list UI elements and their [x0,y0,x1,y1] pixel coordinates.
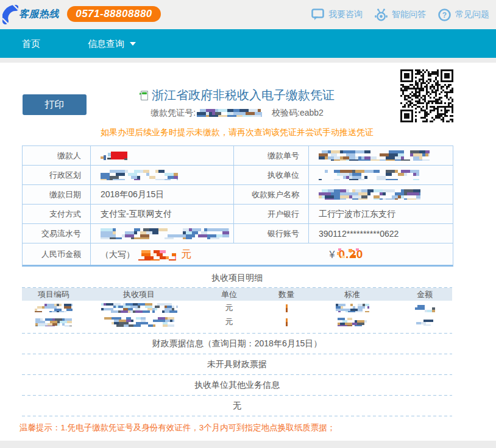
other-business-none: 无 [22,395,452,416]
item-code [22,301,85,315]
item-amount [397,301,452,315]
no-bill-issued: 未开具财政票据 [22,354,452,374]
voucher-number-row: 缴款凭证号:校验码:eabb2 [22,108,452,119]
item-quantity [266,301,307,315]
bank-value: 工行宁波市江东支行 [309,205,453,224]
item-name [85,315,193,329]
pay-order-value [309,146,453,166]
amount-words-cell: （大写）元 [91,243,234,265]
check-code: 校验码:eabb2 [272,108,324,117]
exec-unit-redacted [319,170,419,180]
pay-order-label: 缴款单号 [234,146,309,166]
col-amount: 金额 [397,288,452,301]
item-unit: 元 [193,301,266,315]
amount-value-wrap: 0.20 [338,248,363,261]
payer-redacted [101,151,130,161]
item-code [22,315,85,329]
col-standard: 标准 [307,288,397,301]
account-name-label: 收款账户名称 [234,185,309,205]
district-label: 行政区划 [23,166,91,185]
pay-order-redacted [319,150,430,161]
table-row: 交易流水号 银行账号 390112**********0622 [23,224,453,243]
items-row: 元 [22,301,452,315]
pay-date-value: 2018年06月15日 [91,185,234,205]
consult-label: 我要咨询 [328,9,363,20]
item-standard [307,315,397,329]
items-section-title: 执收项目明细 [22,273,452,284]
phone-icon [2,3,18,25]
item-code-redacted [35,304,73,312]
item-standard [307,301,397,315]
table-row: 行政区划 执收单位 [23,166,453,185]
trade-no-value [91,224,234,243]
amount-words-redacted [138,250,176,261]
amount-redaction-overlay [337,248,363,259]
top-links: 我要咨询 智能问答 ? 常见问题 [299,0,489,29]
divider-strip [0,58,496,63]
payment-details-table: 缴款人 缴款单号 行政区划 执收单位 缴款日期 2018年06月15日 收款账户… [22,145,453,267]
page-title: 浙江省政府非税收入电子缴款凭证 [152,88,335,102]
item-standard-redacted [336,304,369,312]
item-standard-redacted [338,318,367,326]
push-warning-text: 如果办理后续业务时提示未缴款，请再次查询该凭证并尝试手动推送凭证 [22,127,452,138]
item-amount-redacted [416,320,433,326]
amount-words-prefix: （大写） [101,250,135,259]
trade-no-label: 交易流水号 [23,224,91,243]
account-name-value [309,185,453,205]
amount-words-unit: 元 [181,248,191,260]
top-header-bar: 客服热线 0571-88808880 我要咨询 智能问答 [0,0,496,29]
voucher-title-row: 浙江省政府非税收入电子缴款凭证 [22,87,452,103]
fiscal-bill-info: 财政票据信息（查询日期：2018年6月15日） [22,333,452,354]
exec-unit-label: 执收单位 [234,166,309,185]
hotline-number-badge: 0571-88808880 [67,6,161,22]
items-table: 项目编码 执收项目 单位 数量 标准 金额 元 元 [22,288,452,329]
col-item-name: 执收项目 [85,288,193,301]
item-quantity [266,315,307,329]
col-unit: 单位 [193,288,266,301]
chevron-down-icon [130,42,136,46]
robot-icon [375,9,388,21]
amount-cell: ¥0.20 [234,243,453,265]
voucher-no-redacted [197,109,262,117]
other-business-title: 执收单位其他业务信息 [22,374,452,395]
document-icon [140,91,148,100]
hotline-label: 客服热线 [19,8,59,21]
main-nav-bar: 首页 信息查询 [0,29,496,58]
bank-label: 开户银行 [234,205,309,224]
faq-label: 常见问题 [455,9,489,20]
item-quantity-redacted [286,304,288,312]
payer-label: 缴款人 [23,146,91,166]
info-sections: 财政票据信息（查询日期：2018年6月15日） 未开具财政票据 执收单位其他业务… [22,333,452,416]
pay-method-value: 支付宝-互联网支付 [91,205,234,224]
smart-qa-label: 智能问答 [392,9,426,20]
tips-text: 温馨提示：1.凭电子缴款凭证号及身份有效证件，3个月内可到指定地点换取纸质票据； [19,422,483,433]
currency-sign: ¥ [330,250,335,260]
item-amount-redacted [415,305,435,312]
nav-query-label: 信息查询 [88,38,124,49]
district-value [91,166,234,185]
district-redacted [101,170,178,180]
chat-bubble-icon [311,9,324,21]
table-row: 人民币金额 （大写）元 ¥0.20 [23,243,453,265]
items-row: 元 [22,315,452,329]
payer-value [91,146,234,166]
nav-item-info-query[interactable]: 信息查询 [88,29,136,58]
account-name-redacted [319,189,420,200]
consult-link[interactable]: 我要咨询 [311,9,363,21]
item-name-redacted [104,317,174,327]
nav-item-home[interactable]: 首页 [22,29,40,58]
item-quantity-redacted [286,318,288,326]
item-name [85,301,193,315]
faq-link[interactable]: ? 常见问题 [438,9,489,21]
exec-unit-value [309,166,453,185]
footer-strip [0,441,496,448]
smart-qa-link[interactable]: 智能问答 [375,9,426,21]
table-row: 缴款日期 2018年06月15日 收款账户名称 [23,185,453,205]
col-quantity: 数量 [266,288,307,301]
trade-no-redacted [101,228,229,239]
table-row: 支付方式 支付宝-互联网支付 开户银行 工行宁波市江东支行 [23,205,453,224]
item-amount [397,315,452,329]
pay-date-label: 缴款日期 [23,185,91,205]
item-unit: 元 [193,315,266,329]
items-header-row: 项目编码 执收项目 单位 数量 标准 金额 [22,288,452,301]
